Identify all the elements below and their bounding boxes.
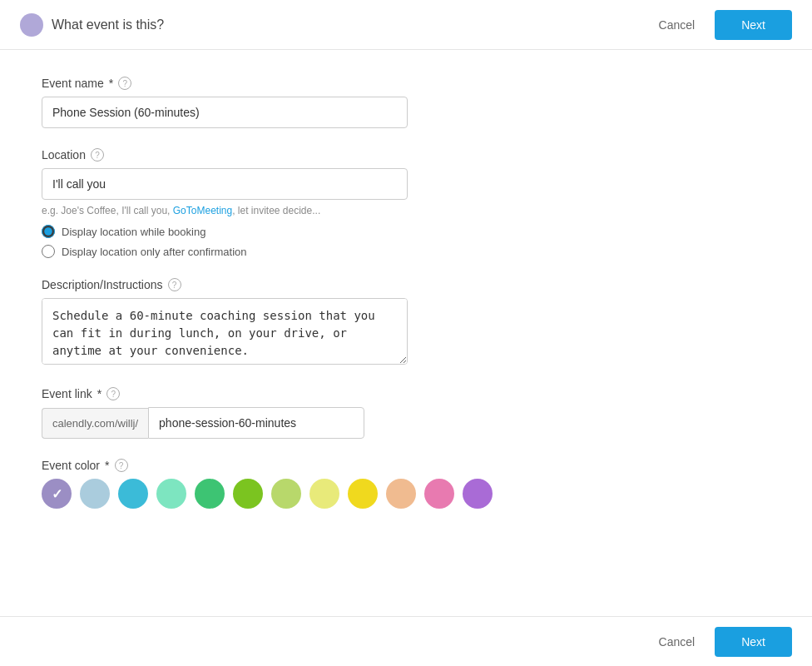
color-swatch-lime-dark[interactable] — [233, 479, 263, 509]
color-swatch-green[interactable] — [195, 479, 225, 509]
avatar — [20, 13, 43, 37]
header-left: What event is this? — [20, 13, 164, 37]
description-group: Description/Instructions ? Schedule a 60… — [42, 278, 770, 367]
gotomeeting-link[interactable]: GoToMeeting — [173, 205, 232, 216]
event-link-help-icon[interactable]: ? — [106, 387, 120, 400]
page-title: What event is this? — [52, 17, 164, 32]
event-name-group: Event name * ? — [42, 77, 770, 128]
location-radio-item-1: Display location while booking — [42, 225, 770, 238]
color-swatch-lime-light[interactable] — [271, 479, 301, 509]
event-link-group: Event link * ? calendly.com/willj/ — [42, 387, 770, 439]
location-radio-while-booking[interactable] — [42, 225, 55, 238]
location-radio-while-booking-label: Display location while booking — [62, 226, 205, 238]
location-group: Location ? e.g. Joe's Coffee, I'll call … — [42, 148, 770, 258]
location-label: Location ? — [42, 148, 770, 162]
color-swatch-yellow[interactable] — [348, 479, 378, 509]
location-radio-after-confirm[interactable] — [42, 245, 55, 258]
location-help-icon[interactable]: ? — [91, 148, 104, 162]
description-textarea[interactable]: Schedule a 60-minute coaching session th… — [42, 298, 408, 365]
color-swatch-peach[interactable] — [386, 479, 416, 509]
color-swatch-teal[interactable] — [118, 479, 148, 509]
header: What event is this? Cancel Next — [0, 0, 812, 50]
event-link-label: Event link * ? — [42, 387, 770, 400]
event-color-help-icon[interactable]: ? — [115, 459, 128, 472]
location-input[interactable] — [42, 168, 408, 200]
location-radio-item-2: Display location only after confirmation — [42, 245, 770, 258]
location-radio-group: Display location while booking Display l… — [42, 225, 770, 258]
main-content: Event name * ? Location ? e.g. Joe's Cof… — [0, 50, 812, 616]
location-hint: e.g. Joe's Coffee, I'll call you, GoToMe… — [42, 205, 770, 216]
color-swatch-yellow-light[interactable] — [309, 479, 339, 509]
location-radio-after-confirm-label: Display location only after confirmation — [62, 246, 247, 258]
event-link-row: calendly.com/willj/ — [42, 407, 770, 439]
event-name-label: Event name * ? — [42, 77, 770, 90]
event-name-input[interactable] — [42, 97, 408, 128]
color-swatch-pink[interactable] — [424, 479, 454, 509]
header-next-button[interactable]: Next — [715, 10, 792, 40]
color-swatch-mint[interactable] — [156, 479, 186, 509]
event-color-label: Event color * ? — [42, 459, 770, 472]
color-swatch-sky-blue[interactable] — [80, 479, 110, 509]
header-cancel-button[interactable]: Cancel — [649, 12, 706, 38]
footer-cancel-button[interactable]: Cancel — [649, 629, 706, 655]
description-label: Description/Instructions ? — [42, 278, 770, 291]
footer-next-button[interactable]: Next — [715, 627, 792, 657]
description-help-icon[interactable]: ? — [168, 278, 181, 291]
event-color-group: Event color * ? — [42, 459, 770, 509]
color-swatch-purple[interactable] — [463, 479, 493, 509]
header-actions: Cancel Next — [649, 10, 792, 40]
footer: Cancel Next — [0, 616, 812, 666]
event-name-help-icon[interactable]: ? — [118, 77, 131, 90]
color-swatch-lavender[interactable] — [42, 479, 72, 509]
event-link-input[interactable] — [148, 407, 364, 439]
color-swatches — [42, 479, 770, 509]
event-link-prefix: calendly.com/willj/ — [42, 408, 148, 439]
